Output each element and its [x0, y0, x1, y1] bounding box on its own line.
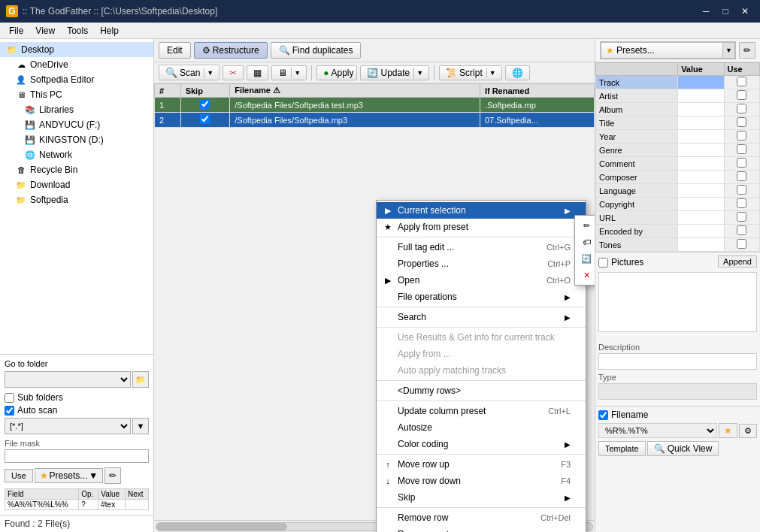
menu-view[interactable]: View	[29, 24, 61, 38]
sidebar-item-onedrive[interactable]: ☁ OneDrive	[0, 57, 153, 72]
ctx-color-coding[interactable]: Color coding ▶	[377, 436, 586, 452]
filename-checkbox[interactable]	[598, 410, 608, 420]
tag-row-composer[interactable]: Composer	[596, 171, 760, 184]
tag-row-track[interactable]: Track	[596, 76, 760, 89]
go-folder-button[interactable]: 📁	[132, 371, 149, 388]
tag-value-title[interactable]	[678, 116, 724, 130]
tag-use-tones[interactable]	[724, 238, 759, 252]
table-row[interactable]: 2 /Softpedia Files/Softpedia.mp3 07.Soft…	[155, 113, 595, 128]
tag-row-url[interactable]: URL	[596, 211, 760, 225]
tag-use-year[interactable]	[724, 130, 759, 144]
sidebar-item-andyucu[interactable]: 💾 ANDYUCU (F:)	[0, 117, 153, 132]
file-table-container[interactable]: # Skip Filename ⚠ If Renamed 1 /Softpedi…	[154, 83, 595, 532]
restructure-button[interactable]: ⚙ Restructure	[194, 42, 268, 59]
tag-value-tones[interactable]	[678, 238, 724, 252]
close-button[interactable]: ✕	[736, 4, 754, 19]
filename-settings-button[interactable]: ⚙	[739, 424, 757, 438]
tag-use-encoded-by[interactable]	[724, 225, 759, 238]
sidebar-item-libraries[interactable]: 📚 Libraries	[0, 102, 153, 117]
go-folder-select[interactable]	[5, 371, 131, 388]
right-presets-button[interactable]: ★ Presets...	[601, 42, 723, 59]
ctx-full-tag-edit[interactable]: Full tag edit ... Ctrl+G	[377, 239, 586, 255]
tag-use-artist[interactable]	[724, 89, 759, 103]
quick-view-button[interactable]: 🔍 Quick View	[647, 441, 719, 456]
script-button[interactable]: 📜 Script ▼	[439, 65, 502, 80]
menu-file[interactable]: File	[3, 24, 29, 38]
tag-value-language[interactable]	[678, 184, 724, 198]
right-pencil-button[interactable]: ✏	[739, 42, 755, 59]
tag-row-copyright[interactable]: Copyright	[596, 198, 760, 211]
find-duplicates-button[interactable]: 🔍 Find duplicates	[271, 42, 362, 59]
presets-button[interactable]: ★ Presets... ▼	[35, 468, 104, 483]
sidebar-item-recycle-bin[interactable]: 🗑 Recycle Bin	[0, 162, 153, 177]
tag-value-comment[interactable]	[678, 157, 724, 171]
scroll-thumb[interactable]	[156, 523, 287, 530]
row1-skip[interactable]	[180, 98, 230, 113]
tag-use-track[interactable]	[724, 76, 759, 89]
pictures-checkbox[interactable]	[598, 258, 608, 268]
tag-row-genre[interactable]: Genre	[596, 144, 760, 157]
sidebar-item-download[interactable]: 📁 Download	[0, 177, 153, 192]
scan-button[interactable]: 🔍 Scan ▼	[159, 65, 220, 80]
tag-row-year[interactable]: Year	[596, 130, 760, 144]
ctx-search[interactable]: Search ▶	[377, 309, 586, 325]
tb2-btn1[interactable]: ✂	[223, 65, 244, 80]
description-input[interactable]	[598, 353, 757, 370]
tag-row-artist[interactable]: Artist	[596, 89, 760, 103]
ctx-move-row-down[interactable]: ↓ Move row down F4	[377, 473, 586, 489]
ctx-open[interactable]: ▶ Open Ctrl+O	[377, 272, 586, 289]
mask-options-button[interactable]: ▼	[132, 418, 149, 434]
submenu-rename[interactable]: ✏ Rename Shift+F2	[575, 217, 595, 234]
submenu-tag[interactable]: 🏷 Tag Shift+F3	[575, 234, 595, 250]
submenu-update[interactable]: 🔄 Update Shift+F4	[575, 250, 595, 267]
sub-folders-checkbox[interactable]	[5, 393, 14, 403]
tags-scroll-area[interactable]: Value Use Track Artist	[595, 62, 760, 532]
filename-star-button[interactable]: ★	[719, 423, 737, 438]
auto-scan-checkbox[interactable]	[5, 406, 14, 416]
globe-button[interactable]: 🌐	[505, 65, 530, 80]
template-button[interactable]: Template	[598, 441, 646, 456]
tag-row-tones[interactable]: Tones	[596, 238, 760, 252]
tag-row-language[interactable]: Language	[596, 184, 760, 198]
ctx-dummy-rows[interactable]: <Dummy rows>	[377, 382, 586, 399]
ctx-apply-from-preset[interactable]: ★ Apply from preset	[377, 219, 586, 235]
append-button[interactable]: Append	[718, 255, 757, 268]
ctx-remove-row[interactable]: Remove row Ctrl+Del	[377, 509, 586, 526]
tb2-arrow3[interactable]: ▼	[291, 68, 303, 78]
tag-row-comment[interactable]: Comment	[596, 157, 760, 171]
ctx-move-row-up[interactable]: ↑ Move row up F3	[377, 456, 586, 473]
field-value-field[interactable]: %A%%T%%L%%	[5, 500, 79, 510]
tag-value-composer[interactable]	[678, 171, 724, 184]
maximize-button[interactable]: □	[716, 4, 734, 19]
sidebar-item-this-pc[interactable]: 🖥 This PC	[0, 87, 153, 102]
tag-use-url[interactable]	[724, 211, 759, 225]
right-presets-arrow-button[interactable]: ▼	[723, 42, 735, 59]
update-arrow[interactable]: ▼	[413, 68, 425, 78]
minimize-button[interactable]: ─	[697, 4, 715, 19]
update-button[interactable]: 🔄 Update ▼	[360, 65, 429, 80]
tag-use-title[interactable]	[724, 116, 759, 130]
sidebar-item-desktop[interactable]: 📁 Desktop	[0, 42, 153, 57]
table-row[interactable]: 1 /Softpedia Files/Softpedia test.mp3 .S…	[155, 98, 595, 113]
tag-row-encoded-by[interactable]: Encoded by	[596, 225, 760, 238]
ctx-current-selection[interactable]: ▶ Current selection ▶	[377, 202, 586, 219]
ctx-file-operations[interactable]: File operations ▶	[377, 289, 586, 305]
tag-use-comment[interactable]	[724, 157, 759, 171]
tb2-btn2[interactable]: ▦	[247, 65, 268, 80]
sidebar-item-network[interactable]: 🌐 Network	[0, 147, 153, 162]
pencil-button[interactable]: ✏	[104, 467, 121, 484]
tag-row-album[interactable]: Album	[596, 103, 760, 116]
submenu-remove-tags[interactable]: ✕ Remove tag(s) Shift+F5	[575, 267, 595, 283]
tag-use-genre[interactable]	[724, 144, 759, 157]
apply-button[interactable]: ● Apply	[316, 65, 357, 80]
tag-value-url[interactable]	[678, 211, 724, 225]
sidebar-item-softpedia-editor[interactable]: 👤 Softpedia Editor	[0, 72, 153, 87]
tag-use-copyright[interactable]	[724, 198, 759, 211]
tag-value-year[interactable]	[678, 130, 724, 144]
menu-help[interactable]: Help	[94, 24, 125, 38]
tb2-btn3[interactable]: 🖥 ▼	[271, 65, 307, 80]
edit-button[interactable]: Edit	[159, 42, 191, 59]
tag-use-album[interactable]	[724, 103, 759, 116]
row2-skip[interactable]	[180, 113, 230, 128]
ctx-skip[interactable]: Skip ▶	[377, 489, 586, 506]
